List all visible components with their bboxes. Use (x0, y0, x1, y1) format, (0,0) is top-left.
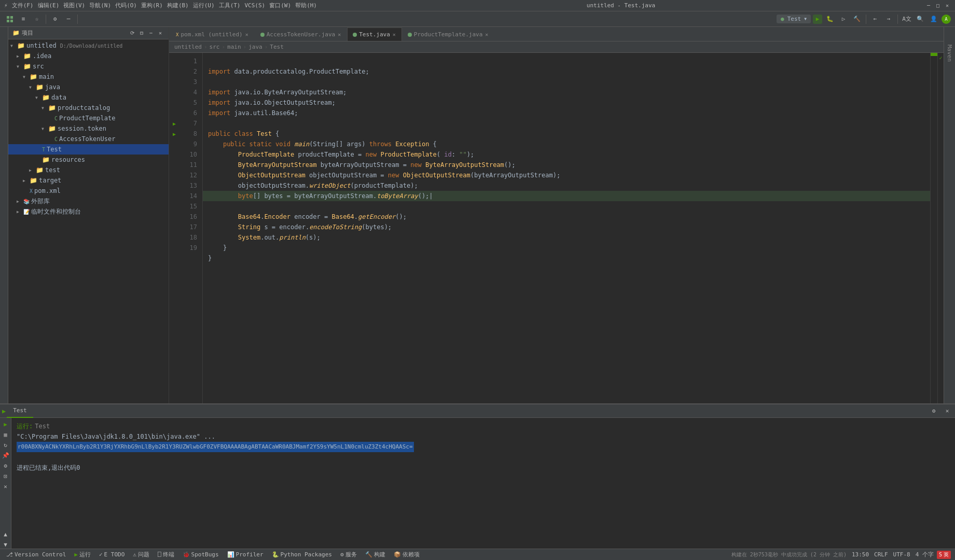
problems-item[interactable]: ⚠ 问题 (131, 549, 151, 560)
tab-accesstoken[interactable]: AccessTokenUser.java ✕ (255, 27, 347, 41)
menu-navigate[interactable]: 导航(N) (89, 2, 111, 9)
test-label: Test (47, 146, 62, 153)
bottom-close-btn[interactable]: ✕ (942, 405, 953, 417)
maximize-button[interactable]: □ (934, 2, 942, 9)
menu-vcs[interactable]: VCS(S) (245, 2, 266, 9)
menu-build[interactable]: 构建(B) (167, 2, 189, 9)
scroll-down-btn[interactable]: ▼ (2, 540, 10, 549)
run-tab[interactable]: Test (7, 404, 33, 418)
menu-file[interactable]: 文件(F) (12, 2, 34, 9)
tree-target[interactable]: ▶ 📁 target (8, 175, 169, 186)
run-config-selector[interactable]: ● Test ▼ (777, 15, 811, 23)
menu-window[interactable]: 窗口(W) (269, 2, 291, 9)
minimize-button[interactable]: ─ (925, 2, 932, 9)
sync-btn[interactable]: ⟳ (128, 29, 136, 37)
profiler-item[interactable]: 📊 Profiler (225, 549, 266, 560)
minus-btn[interactable]: ─ (63, 13, 74, 25)
layout-btn[interactable]: ⊡ (2, 472, 10, 480)
close-tab-btn[interactable]: ✕ (2, 482, 10, 491)
accesstoken-tab-close[interactable]: ✕ (337, 31, 341, 38)
maven-tab[interactable]: Maven (945, 43, 954, 64)
charset-item[interactable]: UTF-8 (891, 551, 912, 558)
tab-test[interactable]: Test.java ✕ (347, 27, 402, 41)
main-area: 📁 项目 ⟳ ⊟ ⋯ ✕ ▼ 📁 untitled D:/Download/un… (0, 27, 955, 403)
terminal-item[interactable]: ⎕ 终端 (156, 549, 176, 560)
pin-btn[interactable]: 📌 (2, 451, 10, 459)
structure-btn[interactable]: ≡ (18, 13, 29, 25)
hide-panel-btn[interactable]: ✕ (156, 29, 164, 37)
bottom-settings-btn[interactable]: ⚙ (928, 405, 939, 417)
user-profile-btn[interactable]: 👤 (928, 13, 939, 25)
deps-item[interactable]: 📦 依赖项 (392, 549, 422, 560)
bread-test[interactable]: Test (270, 44, 284, 50)
build-item[interactable]: 🔨 构建 (363, 549, 387, 560)
tab-producttemplate[interactable]: ProductTemplate.java ✕ (402, 27, 494, 41)
tree-main[interactable]: ▼ 📁 main (8, 72, 169, 82)
tree-java[interactable]: ▼ 📁 java (8, 82, 169, 92)
project-view-btn[interactable] (4, 13, 16, 25)
menu-refactor[interactable]: 重构(R) (141, 2, 163, 9)
menu-run[interactable]: 运行(U) (193, 2, 215, 9)
tree-pom[interactable]: X pom.xml (8, 186, 169, 196)
run-again-btn[interactable]: ▶ (2, 420, 10, 428)
avatar-btn[interactable]: A (942, 15, 951, 24)
tree-producttemplate[interactable]: C ProductTemplate (8, 113, 169, 123)
tree-accesstokenuser[interactable]: C AccessTokenUser (8, 134, 169, 144)
todo-status-item[interactable]: ✓ E TODO (97, 549, 127, 560)
close-button[interactable]: ✕ (944, 2, 951, 9)
test-tab-close[interactable]: ✕ (392, 31, 396, 38)
tree-extlibs[interactable]: ▶ 📚 外部库 (8, 196, 169, 206)
tree-test-folder[interactable]: ▶ 📁 test (8, 165, 169, 175)
menu-tools[interactable]: 工具(T) (219, 2, 241, 9)
scroll-up-btn[interactable]: ▲ (2, 530, 10, 538)
tree-test[interactable]: T Test (8, 144, 169, 155)
line-separator-item[interactable]: CRLF (872, 551, 890, 558)
code-editor[interactable]: import data.productcatalog.ProductTempla… (203, 53, 930, 403)
python-packages-item[interactable]: 🐍 Python Packages (270, 549, 334, 560)
run-with-coverage-btn[interactable]: ▷ (838, 13, 849, 25)
run-button[interactable]: ▶ (813, 15, 822, 24)
tab-pom[interactable]: X pom.xml (untitled) ✕ (170, 27, 255, 41)
collapse-all-btn[interactable]: ⊟ (137, 29, 146, 37)
bread-main[interactable]: main (227, 44, 241, 50)
tree-root[interactable]: ▼ 📁 untitled D:/Download/untitled (8, 40, 169, 51)
run-arrow-7[interactable]: ▶ (169, 118, 179, 129)
pom-tab-close[interactable]: ✕ (245, 31, 249, 38)
sougou-input[interactable]: S 英 (937, 551, 951, 559)
bread-untitled[interactable]: untitled (174, 44, 202, 50)
dots-btn[interactable]: ⋯ (147, 29, 155, 37)
menu-code[interactable]: 代码(O) (115, 2, 137, 9)
settings-tool-btn[interactable]: ⚙ (2, 461, 10, 470)
console-output: 运行: Test "C:\Program Files\Java\jdk1.8.0… (11, 418, 955, 549)
producttemplate-tab-close[interactable]: ✕ (485, 31, 489, 38)
rerun-btn[interactable]: ↻ (2, 441, 10, 449)
favorites-btn[interactable]: ☆ (31, 13, 43, 25)
menu-help[interactable]: 帮助(H) (295, 2, 317, 9)
spotbugs-item[interactable]: 🐞 SpotBugs (181, 549, 221, 560)
search-everywhere-btn[interactable]: 🔍 (915, 13, 926, 25)
debug-button[interactable]: 🐛 (824, 13, 836, 25)
translate-btn[interactable]: A文 (901, 13, 912, 25)
settings-btn[interactable]: ⚙ (49, 13, 61, 25)
menu-edit[interactable]: 编辑(E) (38, 2, 60, 9)
tree-idea[interactable]: ▶ 📁 .idea (8, 51, 169, 61)
forward-btn[interactable]: → (883, 13, 894, 25)
stop-btn[interactable]: ■ (2, 430, 10, 439)
run-arrow-8[interactable]: ▶ (169, 129, 179, 139)
tree-productcatalog[interactable]: ▼ 📁 productcatalog (8, 103, 169, 113)
position-item[interactable]: 13:50 (850, 551, 871, 558)
tree-sessiontoken[interactable]: ▼ 📁 session.token (8, 123, 169, 134)
tree-scratches[interactable]: ▶ 📝 临时文件和控制台 (8, 206, 169, 217)
tree-data[interactable]: ▼ 📁 data (8, 92, 169, 103)
run-status-item[interactable]: ▶ 运行 (72, 549, 93, 560)
encoded-output[interactable]: r00ABXNyACNkYXRhLnByb2R1Y3RjYXRhbG9nLlBy… (17, 442, 414, 452)
service-item[interactable]: ⚙ 服务 (338, 549, 359, 560)
build-btn[interactable]: 🔨 (851, 13, 863, 25)
tree-src[interactable]: ▼ 📁 src (8, 61, 169, 72)
back-btn[interactable]: ← (869, 13, 881, 25)
bread-src[interactable]: src (210, 44, 220, 50)
version-control-item[interactable]: ⎇ Version Control (4, 549, 68, 560)
menu-view[interactable]: 视图(V) (63, 2, 85, 9)
bread-java[interactable]: java (248, 44, 262, 50)
tree-resources[interactable]: 📁 resources (8, 155, 169, 165)
